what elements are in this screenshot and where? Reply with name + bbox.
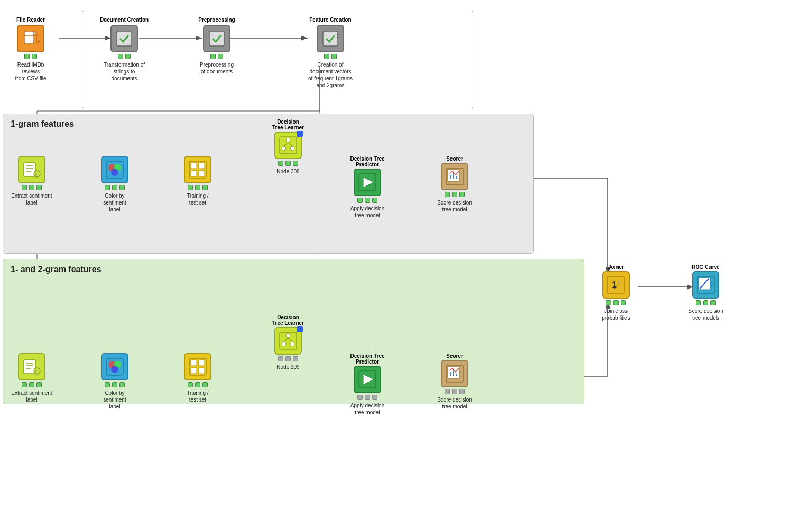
dtp-2-node[interactable]: Decision TreePredictor Apply decisiontre… — [341, 353, 394, 416]
joiner-node[interactable]: Joiner 1 f Join classprobabilities — [589, 264, 642, 321]
port-green — [22, 382, 27, 387]
port-green — [696, 300, 701, 305]
preprocessing-svg — [207, 29, 226, 48]
port-green3 — [36, 185, 42, 190]
color-mgr-1-label: Color by sentimentlabel — [94, 192, 136, 213]
dtl-2-icon[interactable] — [274, 327, 302, 355]
joiner-svg: 1 f — [606, 275, 625, 294]
partition-1-label: Training /test set — [187, 192, 208, 206]
cat-class-2-icon[interactable]: f — [18, 353, 45, 380]
color-mgr-1-svg — [105, 160, 124, 179]
scorer-2-ports — [445, 389, 465, 394]
roc-curve-node[interactable]: ROC Curve Score decisiontree models — [677, 264, 735, 321]
partition-1-svg — [188, 160, 207, 179]
dtl-2-svg — [279, 331, 298, 350]
scorer-1-label: Score decisiontree model — [437, 199, 472, 213]
preprocessing-node[interactable]: Preprocessing Preprocessingof documents — [190, 17, 243, 75]
svg-point-59 — [282, 146, 286, 151]
color-mgr-2-node[interactable]: Color by sentimentlabel — [94, 353, 136, 410]
cat-class-1-node[interactable]: f Extract sentimentlabel — [11, 156, 53, 206]
gram12-title: 1- and 2-gram features — [11, 265, 102, 274]
svg-point-44 — [34, 171, 40, 177]
partition-2-icon[interactable] — [184, 353, 211, 380]
port-gray1 — [357, 395, 363, 400]
dtp-1-icon[interactable] — [354, 169, 381, 196]
joiner-label: Join classprobabilities — [602, 308, 630, 321]
partition-1-icon[interactable] — [184, 156, 211, 183]
svg-point-60 — [290, 146, 294, 151]
preprocessing-label: Preprocessingof documents — [200, 61, 234, 75]
partition-2-node[interactable]: Training /test set — [177, 353, 219, 403]
dtl-2-label: Node 309 — [276, 364, 299, 370]
partition-1-node[interactable]: Training /test set — [177, 156, 219, 206]
dtl-1-node[interactable]: DecisionTree Learner Node 308 — [262, 119, 315, 175]
dtp-1-node[interactable]: Decision TreePredictor Apply decisiontre… — [341, 156, 394, 219]
port-gray3 — [459, 389, 465, 394]
feature-creation-node[interactable]: Feature Creation Creation of document ve… — [296, 17, 365, 89]
cat-class-1-icon[interactable]: f — [18, 156, 45, 183]
doc-creation-top-label: Document Creation — [100, 17, 149, 23]
port-green2 — [613, 300, 619, 305]
feature-creation-ports — [324, 54, 337, 59]
svg-marker-34 — [38, 40, 40, 44]
roc-curve-icon[interactable] — [692, 271, 719, 299]
port-green3 — [202, 185, 208, 190]
joiner-ports — [606, 300, 626, 305]
scorer-2-top: Scorer — [446, 353, 463, 359]
feature-creation-top-label: Feature Creation — [309, 17, 351, 23]
dtl-1-icon[interactable] — [274, 132, 302, 159]
scorer-2-node[interactable]: Scorer Score decisiontree model — [428, 353, 481, 410]
color-mgr-2-ports — [105, 382, 125, 387]
port-green — [278, 161, 283, 166]
port-gray3 — [293, 356, 298, 361]
scorer-1-svg — [445, 167, 464, 186]
svg-point-49 — [111, 169, 118, 176]
doc-creation-node[interactable]: Document Creation Transformation ofstrin… — [98, 17, 151, 82]
svg-point-77 — [111, 366, 118, 373]
dtp-2-icon[interactable] — [354, 366, 381, 393]
svg-rect-54 — [199, 171, 205, 176]
dtp-1-ports — [357, 198, 377, 203]
svg-rect-37 — [323, 31, 338, 46]
svg-point-56 — [286, 138, 290, 142]
scorer-1-ports — [445, 192, 465, 197]
cat-class-2-node[interactable]: f Extract sentimentlabel — [11, 353, 53, 403]
color-mgr-1-node[interactable]: Color by sentimentlabel — [94, 156, 136, 213]
port-green3 — [621, 300, 626, 305]
svg-rect-51 — [191, 163, 197, 169]
svg-rect-52 — [199, 163, 205, 169]
scorer-1-node[interactable]: Scorer Score decisiontree model — [428, 156, 481, 213]
partition-1-ports — [188, 185, 208, 190]
preprocessing-icon[interactable] — [203, 25, 230, 52]
port-green3 — [36, 382, 42, 387]
port-green — [210, 54, 216, 59]
port-green — [105, 382, 110, 387]
scorer-2-label: Score decisiontree model — [437, 396, 472, 410]
file-reader-svg — [21, 29, 40, 48]
scorer-1-icon[interactable] — [441, 163, 468, 190]
roc-curve-svg — [696, 275, 715, 294]
feature-creation-label: Creation of document vectorsof frequent … — [307, 61, 354, 89]
doc-creation-ports — [118, 54, 131, 59]
dtp-2-svg — [358, 370, 377, 389]
color-mgr-2-icon[interactable] — [101, 353, 128, 380]
joiner-icon[interactable]: 1 f — [602, 271, 630, 299]
file-reader-node[interactable]: File Reader Read IMDb reviewsfrom CSV fi… — [10, 17, 52, 82]
dtl-2-node[interactable]: DecisionTree Learner Node 309 — [262, 314, 315, 370]
feature-creation-icon[interactable] — [317, 25, 344, 52]
dtl-1-label: Node 308 — [276, 168, 299, 175]
port-green2 — [452, 192, 457, 197]
cat-class-2-label: Extract sentimentlabel — [11, 389, 52, 403]
port-green — [445, 192, 450, 197]
color-mgr-1-icon[interactable] — [101, 156, 128, 183]
port-green — [188, 382, 193, 387]
doc-creation-icon[interactable] — [110, 25, 138, 52]
file-reader-icon[interactable] — [17, 25, 44, 52]
doc-creation-label: Transformation ofstrings to documents — [100, 61, 148, 82]
dtl-2-top: DecisionTree Learner — [272, 314, 304, 326]
port-green — [118, 54, 123, 59]
scorer-2-icon[interactable] — [441, 360, 468, 387]
cat-class-1-label: Extract sentimentlabel — [11, 192, 52, 206]
cat-class-1-ports — [22, 185, 42, 190]
partition-2-svg — [188, 357, 207, 376]
